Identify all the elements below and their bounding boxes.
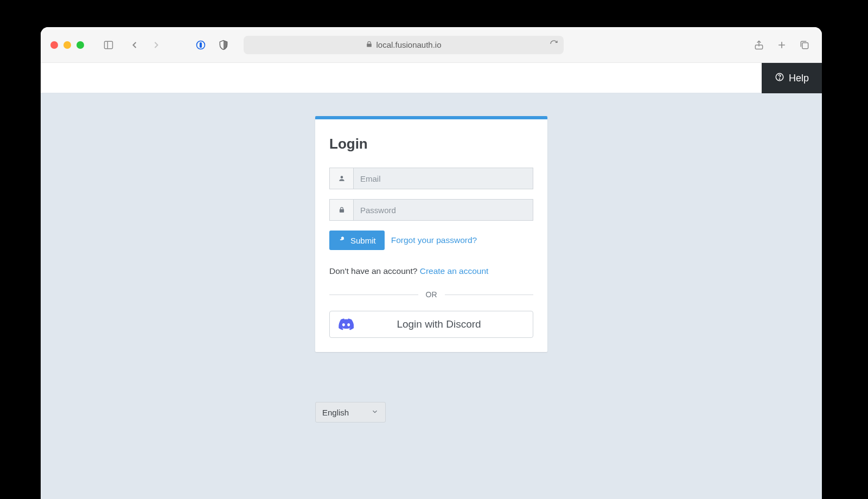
help-icon — [775, 72, 784, 85]
login-card: Login Submit Fo — [315, 116, 547, 352]
language-selected: English — [322, 408, 349, 417]
submit-button[interactable]: Submit — [329, 231, 385, 250]
page-content: Help Login — [41, 63, 822, 499]
browser-chrome: local.fusionauth.io — [41, 27, 822, 63]
window-traffic-lights — [50, 41, 84, 49]
browser-window: local.fusionauth.io Help — [41, 27, 822, 499]
discord-icon — [339, 318, 354, 330]
window-minimize-button[interactable] — [63, 41, 71, 49]
signup-row: Don't have an account? Create an account — [329, 266, 533, 276]
lock-icon — [366, 40, 373, 49]
tab-overview-icon[interactable] — [797, 36, 812, 54]
create-account-link[interactable]: Create an account — [420, 266, 489, 276]
key-icon — [338, 235, 346, 245]
chevron-down-icon — [371, 408, 379, 417]
address-bar[interactable]: local.fusionauth.io — [244, 36, 564, 54]
forgot-password-link[interactable]: Forgot your password? — [391, 235, 477, 245]
sidebar-toggle-icon[interactable] — [99, 36, 118, 54]
new-tab-icon[interactable] — [774, 36, 789, 54]
user-icon — [329, 168, 353, 189]
submit-label: Submit — [350, 236, 376, 245]
address-bar-url: local.fusionauth.io — [376, 40, 441, 49]
onepassword-extension-icon[interactable] — [192, 36, 210, 54]
window-maximize-button[interactable] — [76, 41, 84, 49]
nav-back-button[interactable] — [125, 36, 144, 54]
window-close-button[interactable] — [50, 41, 58, 49]
email-group — [329, 168, 533, 189]
discord-login-label: Login with Discord — [354, 318, 524, 330]
svg-rect-0 — [105, 41, 113, 48]
nav-forward-button[interactable] — [147, 36, 165, 54]
lock-icon — [329, 199, 353, 221]
svg-rect-3 — [200, 42, 202, 47]
divider: OR — [329, 290, 533, 299]
password-input[interactable] — [353, 199, 533, 221]
svg-point-9 — [779, 79, 780, 79]
share-icon[interactable] — [751, 36, 767, 54]
privacy-shield-icon[interactable] — [214, 36, 233, 54]
help-button[interactable]: Help — [762, 63, 822, 93]
login-title: Login — [329, 136, 533, 152]
language-select[interactable]: English — [315, 402, 386, 423]
signup-prompt: Don't have an account? — [329, 266, 420, 276]
password-group — [329, 199, 533, 221]
svg-rect-7 — [802, 42, 808, 48]
app-topbar: Help — [41, 63, 822, 93]
login-with-discord-button[interactable]: Login with Discord — [329, 311, 533, 338]
help-label: Help — [789, 73, 809, 84]
email-input[interactable] — [353, 168, 533, 189]
divider-label: OR — [426, 290, 437, 299]
reload-icon[interactable] — [550, 40, 558, 50]
